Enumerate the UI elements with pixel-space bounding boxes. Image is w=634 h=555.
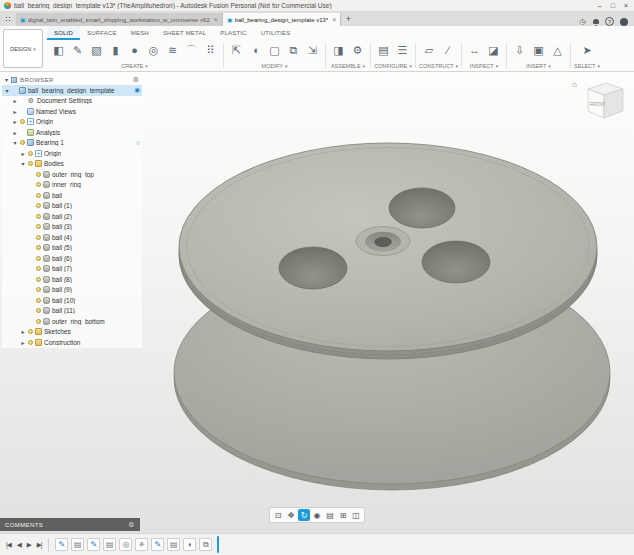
tool-section-analysis[interactable]: ◪ bbox=[484, 41, 503, 60]
look-at-icon[interactable]: ◉ bbox=[311, 509, 323, 521]
viewcube[interactable]: ⌂ FRONT bbox=[570, 76, 626, 126]
tool-coil[interactable]: ≋ bbox=[163, 41, 182, 60]
tool-box[interactable]: ▧ bbox=[87, 41, 106, 60]
visibility-bulb-icon[interactable] bbox=[36, 203, 41, 208]
tool-insert-mesh[interactable]: △ bbox=[548, 41, 567, 60]
tree-row[interactable]: ball (8) bbox=[2, 274, 142, 285]
workspace-selector[interactable]: DESIGN ▾ bbox=[3, 29, 43, 68]
job-status-icon[interactable]: ◷ bbox=[578, 17, 587, 26]
tree-row[interactable]: ball (7) bbox=[2, 264, 142, 275]
tool-shell[interactable]: ▢ bbox=[265, 41, 284, 60]
tool-axis[interactable]: ∕ bbox=[439, 41, 458, 60]
visibility-bulb-icon[interactable] bbox=[36, 182, 41, 187]
ribbon-group-label[interactable]: CREATE▾ bbox=[121, 63, 147, 70]
tool-fillet[interactable]: ◖ bbox=[246, 41, 265, 60]
tree-row[interactable]: ▾Bodies bbox=[2, 159, 142, 170]
expand-arrow-icon[interactable]: ▸ bbox=[12, 97, 18, 104]
tree-row[interactable]: ball (6) bbox=[2, 253, 142, 264]
viewport-canvas[interactable]: ⌂ FRONT ▾ BROWSER ⚙ ▾ball_bearing_design… bbox=[0, 72, 634, 533]
timeline-feature-fillet[interactable]: ◖ bbox=[183, 538, 196, 551]
go-to-end-button[interactable]: ▶| bbox=[35, 541, 44, 549]
timeline-position-marker[interactable] bbox=[217, 536, 219, 553]
timeline-feature-hole[interactable]: ◎ bbox=[119, 538, 132, 551]
ribbon-group-label[interactable]: ASSEMBLE▾ bbox=[331, 63, 365, 70]
visibility-bulb-icon[interactable] bbox=[36, 319, 41, 324]
visibility-bulb-icon[interactable] bbox=[20, 140, 25, 145]
profile-icon[interactable] bbox=[620, 18, 628, 26]
close-tab-icon[interactable]: × bbox=[212, 16, 218, 23]
visibility-bulb-icon[interactable] bbox=[28, 329, 33, 334]
tool-measure[interactable]: ↔ bbox=[465, 41, 484, 60]
ribbon-tab-sheet-metal[interactable]: SHEET METAL bbox=[156, 26, 213, 40]
browser-gear-icon[interactable]: ⚙ bbox=[133, 76, 139, 84]
tool-primitive-pattern[interactable]: ⠿ bbox=[201, 41, 220, 60]
expand-arrow-icon[interactable]: ▸ bbox=[12, 108, 18, 115]
tree-row[interactable]: ball (11) bbox=[2, 306, 142, 317]
tree-row[interactable]: ▸+Origin bbox=[2, 117, 142, 128]
tool-configuration-table[interactable]: ☰ bbox=[393, 41, 412, 60]
visibility-bulb-icon[interactable] bbox=[36, 266, 41, 271]
ribbon-group-label[interactable]: CONSTRUCT▾ bbox=[419, 63, 458, 70]
tool-decal[interactable]: ▣ bbox=[529, 41, 548, 60]
visibility-bulb-icon[interactable] bbox=[36, 245, 41, 250]
timeline-feature-extrude[interactable]: ▤ bbox=[167, 538, 180, 551]
expand-arrow-icon[interactable]: ▸ bbox=[20, 150, 26, 157]
visibility-bulb-icon[interactable] bbox=[36, 287, 41, 292]
collapse-browser-icon[interactable]: ▾ bbox=[5, 76, 8, 83]
ribbon-tab-surface[interactable]: SURFACE bbox=[80, 26, 124, 40]
expand-arrow-icon[interactable]: ▸ bbox=[12, 129, 18, 136]
grid-settings-icon[interactable]: ⊞ bbox=[337, 509, 349, 521]
timeline-feature-sketch[interactable]: ✎ bbox=[151, 538, 164, 551]
tool-sphere[interactable]: ● bbox=[125, 41, 144, 60]
visibility-bulb-icon[interactable] bbox=[36, 172, 41, 177]
ribbon-tab-plastic[interactable]: PLASTIC bbox=[213, 26, 253, 40]
comments-bar[interactable]: COMMENTS ⚙ bbox=[0, 518, 140, 531]
tool-pipe[interactable]: ⌒ bbox=[182, 41, 201, 60]
tool-insert-derive[interactable]: ⇩ bbox=[510, 41, 529, 60]
tree-row[interactable]: ▾ball_bearing_design_template◉ bbox=[2, 85, 142, 96]
ribbon-group-label[interactable]: CONFIGURE▾ bbox=[374, 63, 412, 70]
tool-combine[interactable]: ⧉ bbox=[284, 41, 303, 60]
tree-row[interactable]: ▸Sketches bbox=[2, 327, 142, 338]
tool-new-component[interactable]: ◧ bbox=[49, 41, 68, 60]
visibility-bulb-icon[interactable] bbox=[36, 256, 41, 261]
ribbon-group-label[interactable]: INSERT▾ bbox=[526, 63, 551, 70]
tree-row[interactable]: ball (4) bbox=[2, 232, 142, 243]
tree-row[interactable]: ▸⚙Document Settings bbox=[2, 96, 142, 107]
display-settings-icon[interactable]: ▤ bbox=[324, 509, 336, 521]
step-forward-button[interactable]: ▶ bbox=[25, 541, 33, 549]
tree-row[interactable]: ball (3) bbox=[2, 222, 142, 233]
notifications-icon[interactable] bbox=[593, 19, 599, 24]
tree-row[interactable]: ▾Bearing 1○ bbox=[2, 138, 142, 149]
timeline-feature-extrude[interactable]: ▤ bbox=[103, 538, 116, 551]
tree-row[interactable]: ball bbox=[2, 190, 142, 201]
fit-icon[interactable]: ⊡ bbox=[272, 509, 284, 521]
ribbon-tab-mesh[interactable]: MESH bbox=[124, 26, 156, 40]
pan-icon[interactable]: ✥ bbox=[285, 509, 297, 521]
timeline-feature-sketch[interactable]: ✎ bbox=[55, 538, 68, 551]
activate-component-radio[interactable]: ◉ bbox=[134, 86, 140, 94]
tree-row[interactable]: inner_ring bbox=[2, 180, 142, 191]
activate-component-radio[interactable]: ○ bbox=[136, 139, 140, 146]
document-tab[interactable]: ▣ball_bearing_design_template v13*× bbox=[223, 13, 342, 26]
ribbon-group-label[interactable]: MODIFY▾ bbox=[262, 63, 288, 70]
tool-create-sketch[interactable]: ✎ bbox=[68, 41, 87, 60]
tree-row[interactable]: ▸Analysis bbox=[2, 127, 142, 138]
tree-row[interactable]: ball (9) bbox=[2, 285, 142, 296]
tree-row[interactable]: outer_ring_bottom bbox=[2, 316, 142, 327]
app-menu-button[interactable] bbox=[0, 12, 16, 26]
tree-row[interactable]: ▸Named Views bbox=[2, 106, 142, 117]
document-tab[interactable]: ▣digital_twin_enabled_smart_shipping_wor… bbox=[16, 13, 223, 26]
tool-cylinder[interactable]: ▮ bbox=[106, 41, 125, 60]
expand-arrow-icon[interactable]: ▸ bbox=[20, 339, 26, 346]
expand-arrow-icon[interactable]: ▸ bbox=[20, 328, 26, 335]
visibility-bulb-icon[interactable] bbox=[36, 193, 41, 198]
ribbon-group-label[interactable]: SELECT▾ bbox=[574, 63, 600, 70]
ribbon-tab-solid[interactable]: SOLID bbox=[47, 26, 80, 40]
tree-row[interactable]: ball (2) bbox=[2, 211, 142, 222]
expand-arrow-icon[interactable]: ▸ bbox=[12, 118, 18, 125]
visibility-bulb-icon[interactable] bbox=[36, 298, 41, 303]
tree-row[interactable]: ball (1) bbox=[2, 201, 142, 212]
visibility-bulb-icon[interactable] bbox=[28, 151, 33, 156]
tool-plane[interactable]: ▱ bbox=[420, 41, 439, 60]
